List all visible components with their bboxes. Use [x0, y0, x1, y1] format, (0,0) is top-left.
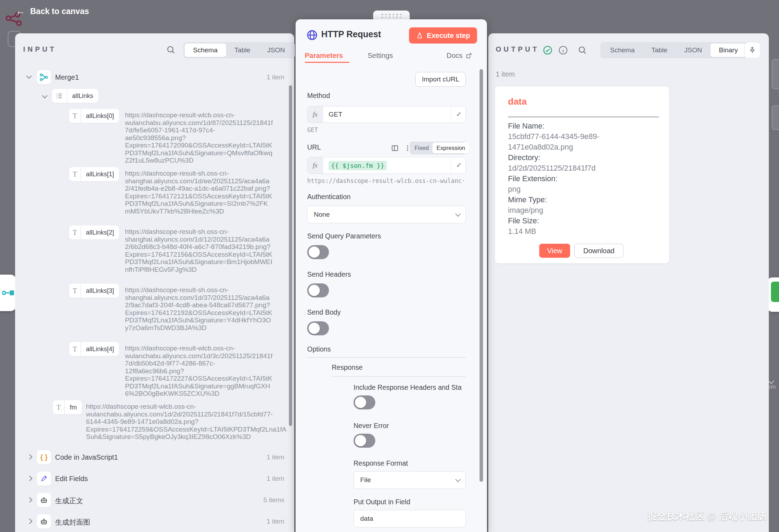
url-label: URL — [307, 143, 321, 151]
response-section-title: Response — [332, 363, 363, 372]
schema-key-pill[interactable]: T allLinks[0] — [69, 109, 119, 123]
send-body-label: Send Body — [307, 308, 341, 316]
url-field[interactable]: fx {{ $json.fm }} — [307, 157, 466, 174]
info-icon[interactable] — [558, 45, 568, 55]
item-count: 1 item — [267, 73, 284, 81]
flask-icon — [416, 32, 423, 39]
response-format-label: Response Format — [354, 459, 408, 467]
view-button[interactable]: View — [539, 244, 570, 258]
columns-icon[interactable] — [391, 144, 399, 154]
node-name-edit-fields[interactable]: Edit Fields — [55, 475, 88, 483]
mode-fixed[interactable]: Fixed — [411, 143, 433, 153]
schema-value[interactable]: https://dashscope-result-wlcb.oss-cn-wul… — [86, 403, 289, 441]
node-name-merge1[interactable]: Merge1 — [55, 73, 79, 81]
divider — [307, 357, 466, 358]
send-headers-toggle[interactable] — [307, 283, 329, 297]
next-node-button[interactable] — [767, 277, 779, 312]
send-body-toggle[interactable] — [307, 321, 329, 335]
background-node — [772, 105, 779, 130]
watermark-text: 掘金技术社区 @ 后端小肥肠 — [648, 510, 766, 523]
put-output-field[interactable]: data — [354, 510, 466, 527]
input-scrollbar[interactable] — [289, 85, 292, 426]
schema-value[interactable]: https://dashscope-result-sh.oss-cn-shang… — [125, 228, 273, 273]
include-headers-toggle[interactable] — [354, 395, 375, 409]
chevron-right-icon[interactable] — [27, 497, 33, 503]
chevron-down-icon — [455, 211, 461, 217]
send-headers-label: Send Headers — [307, 270, 351, 278]
robot-icon — [37, 514, 51, 528]
schema-key-pill[interactable]: T allLinks[4] — [69, 342, 119, 356]
node-name-generate-body[interactable]: 生成正文 — [55, 496, 83, 506]
chevron-down-icon[interactable] — [26, 73, 32, 79]
item-count: 1 item — [267, 453, 284, 461]
download-button[interactable]: Download — [574, 244, 623, 258]
search-icon[interactable] — [577, 45, 587, 55]
include-headers-label: Include Response Headers and Sta — [354, 383, 466, 392]
back-to-canvas-label: Back to canvas — [30, 7, 89, 16]
binary-file-info: File Name: 15cbfd77-6144-4345-9e89-1471e… — [508, 121, 660, 237]
chevron-down-icon — [768, 377, 774, 384]
pin-icon — [748, 46, 757, 54]
schema-group-alllinks[interactable]: allLinks — [52, 89, 98, 103]
execute-step-button[interactable]: Execute step — [409, 27, 477, 44]
url-resolved-hint: https://dashscope-result-wlcb.oss-cn-wul… — [307, 177, 466, 184]
schema-value[interactable]: https://dashscope-result-wlcb.oss-cn-wul… — [125, 111, 273, 164]
tab-schema[interactable]: Schema — [185, 44, 226, 57]
divider — [508, 117, 659, 117]
tab-table[interactable]: Table — [643, 44, 676, 57]
schema-value[interactable]: https://dashscope-result-wlcb.oss-cn-wul… — [125, 344, 273, 398]
previous-node-button[interactable] — [0, 275, 16, 311]
schema-key-pill[interactable]: T allLinks[2] — [69, 225, 119, 239]
docs-link[interactable]: Docs — [447, 52, 472, 60]
mode-expression[interactable]: Expression — [433, 143, 469, 153]
tab-json[interactable]: JSON — [676, 44, 711, 57]
node-name-generate-cover[interactable]: 生成封面图 — [55, 518, 90, 527]
item-count: 1 item — [267, 518, 284, 525]
input-view-tabs: Schema Table JSON — [183, 42, 295, 58]
never-error-label: Never Error — [354, 422, 389, 430]
node-panel-scrollbar[interactable] — [480, 69, 483, 482]
chevron-right-icon[interactable] — [27, 454, 33, 460]
method-value[interactable]: GET — [323, 106, 451, 123]
url-expression-value[interactable]: {{ $json.fm }} — [329, 161, 387, 170]
search-icon[interactable] — [166, 45, 176, 55]
pin-data-button[interactable] — [744, 42, 760, 58]
schema-value[interactable]: https://dashscope-result-sh.oss-cn-shang… — [125, 170, 273, 215]
method-field[interactable]: fx GET — [307, 106, 466, 123]
output-view-tabs: Schema Table JSON Binary — [600, 42, 748, 58]
code-braces-icon: { } — [37, 450, 51, 464]
expand-icon[interactable] — [451, 106, 466, 123]
chevron-right-icon[interactable] — [27, 476, 33, 481]
response-format-select[interactable]: File — [354, 471, 466, 489]
schema-value[interactable]: https://dashscope-result-sh.oss-cn-shang… — [125, 286, 273, 331]
string-type-icon: T — [73, 229, 77, 237]
never-error-toggle[interactable] — [354, 434, 375, 448]
tab-binary[interactable]: Binary — [711, 44, 746, 57]
expand-icon[interactable] — [451, 157, 466, 173]
tab-settings[interactable]: Settings — [368, 52, 393, 60]
list-icon — [52, 89, 67, 103]
import-curl-button[interactable]: Import cURL — [415, 72, 466, 87]
binary-field-name: data — [508, 96, 527, 107]
authentication-select[interactable]: None — [307, 206, 466, 223]
schema-key-pill[interactable]: T allLinks[3] — [69, 284, 119, 298]
send-query-toggle[interactable] — [307, 245, 329, 259]
tab-schema[interactable]: Schema — [602, 44, 643, 57]
tab-json[interactable]: JSON — [259, 44, 293, 57]
pencil-icon — [37, 472, 51, 486]
fx-prefix: fx — [308, 106, 323, 123]
authentication-label: Authentication — [307, 193, 351, 201]
schema-key-pill[interactable]: T allLinks[1] — [69, 167, 119, 181]
input-panel: INPUT Schema Table JSON Merge1 1 item al… — [15, 33, 294, 532]
chevron-down-icon[interactable] — [42, 93, 48, 99]
string-type-icon: T — [73, 287, 77, 295]
chevron-right-icon[interactable] — [27, 519, 33, 524]
binary-data-card: data File Name: 15cbfd77-6144-4345-9e89-… — [495, 86, 669, 263]
tab-table[interactable]: Table — [226, 44, 259, 57]
node-name-code[interactable]: Code in JavaScript1 — [55, 453, 118, 461]
tab-parameters[interactable]: Parameters — [305, 52, 343, 60]
string-type-icon: T — [57, 403, 61, 412]
back-to-canvas-button[interactable]: ← Back to canvas — [15, 6, 89, 16]
item-count: 1 item — [267, 475, 284, 482]
schema-key-pill[interactable]: T fm — [53, 400, 82, 414]
